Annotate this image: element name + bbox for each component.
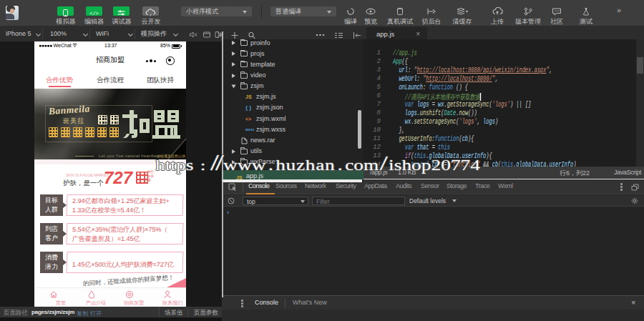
svg-text:</>: </> — [89, 11, 99, 16]
svg-text:/: / — [150, 12, 152, 16]
